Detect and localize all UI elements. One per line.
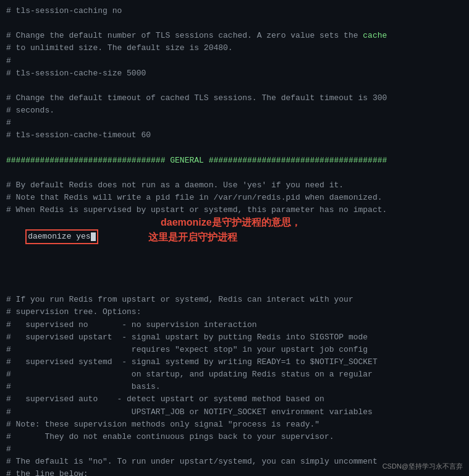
line-30: # Note: these supervision methods only s…: [6, 419, 463, 431]
line-7: [6, 80, 463, 92]
cursor: [91, 232, 96, 241]
line-6: # tls-session-cache-size 5000: [6, 67, 463, 80]
line-4: # to unlimited size. The default size is…: [6, 42, 463, 54]
line-2: [6, 17, 463, 30]
line-22: # supervised no - no supervision interac…: [6, 319, 463, 331]
line-1: # tls-session-caching no: [6, 5, 463, 17]
line-14: [6, 167, 463, 179]
line-24: # requires "expect stop" in your upstart…: [6, 344, 463, 356]
line-32: #: [6, 443, 463, 456]
line-5: #: [6, 55, 463, 67]
line-8: # Change the default timeout of cached T…: [6, 92, 463, 104]
line-16: # Note that Redis will write a pid file …: [6, 192, 463, 204]
line-10: #: [6, 117, 463, 129]
line-29: # UPSTART_JOB or NOTIFY_SOCKET environme…: [6, 406, 463, 419]
line-20: # If you run Redis from upstart or syste…: [6, 294, 463, 306]
annotation-daemonize: daemonize是守护进程的意思，: [161, 215, 301, 231]
terminal-window: # tls-session-caching no # Change the de…: [0, 0, 469, 476]
line-3: # Change the default number of TLS sessi…: [6, 30, 463, 42]
separator-line: ################################# GENERA…: [6, 155, 463, 167]
watermark: CSDN@坚持学习永不言弃: [382, 462, 463, 471]
line-31: # They do not enable continuous pings ba…: [6, 431, 463, 443]
line-26: # on startup, and updating Redis status …: [6, 368, 463, 381]
line-19: [6, 281, 463, 294]
line-12: [6, 142, 463, 155]
line-21: # supervision tree. Options:: [6, 306, 463, 318]
line-28: # supervised auto - detect upstart or sy…: [6, 393, 463, 406]
annotation-process: 这里是开启守护进程: [148, 230, 237, 245]
daemonize-line: daemonize yes daemonize是守护进程的意思， 这里是开启守护…: [6, 216, 463, 281]
line-27: # basis.: [6, 381, 463, 393]
line-17: # When Redis is supervised by upstart or…: [6, 204, 463, 216]
line-15: # By default Redis does not run as a dae…: [6, 179, 463, 192]
line-9: # seconds.: [6, 104, 463, 117]
line-23: # supervised upstart - signal upstart by…: [6, 331, 463, 344]
line-11: # tls-session-cache-timeout 60: [6, 129, 463, 142]
line-25: # supervised systemd - signal systemd by…: [6, 356, 463, 368]
